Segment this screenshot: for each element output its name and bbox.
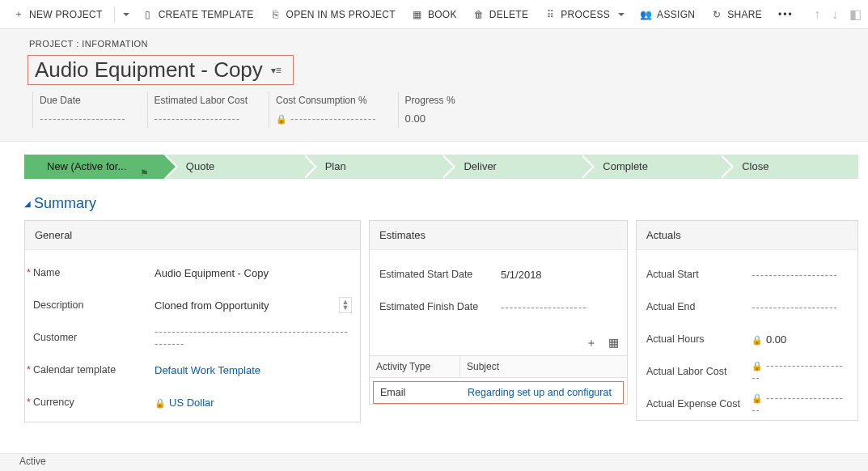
more-button[interactable]: ••• bbox=[772, 6, 800, 23]
create-template-label: CREATE TEMPLATE bbox=[159, 9, 254, 20]
breadcrumb: PROJECT : INFORMATION bbox=[28, 36, 852, 55]
new-project-button[interactable]: ＋ NEW PROJECT bbox=[6, 6, 109, 23]
activity-grid-header: Activity Type Subject bbox=[370, 355, 627, 378]
share-button[interactable]: ↻ SHARE bbox=[705, 6, 768, 23]
new-project-split-button[interactable] bbox=[120, 8, 133, 21]
lock-icon: 🔒 bbox=[276, 114, 287, 124]
share-icon: ↻ bbox=[711, 9, 722, 20]
est-start-label: Estimated Start Date bbox=[379, 269, 501, 280]
est-start-value[interactable]: 5/1/2018 bbox=[501, 269, 617, 281]
flag-icon: ⚑ bbox=[140, 161, 149, 185]
general-heading: General bbox=[25, 221, 360, 250]
calendar-value[interactable]: Default Work Template bbox=[155, 364, 352, 376]
stage-complete[interactable]: Complete bbox=[580, 155, 719, 179]
process-label: PROCESS bbox=[561, 9, 610, 20]
record-title-box[interactable]: Audio Equipment - Copy ▾≡ bbox=[28, 55, 294, 85]
description-label: Description bbox=[33, 299, 155, 311]
actual-end-value[interactable]: -------------------- bbox=[752, 301, 848, 313]
process-icon: ⠿ bbox=[544, 9, 556, 20]
actual-start-label: Actual Start bbox=[646, 269, 752, 280]
due-date-label: Due Date bbox=[40, 95, 126, 106]
down-arrow-icon[interactable]: ↓ bbox=[832, 7, 838, 22]
actual-hours-label: Actual Hours bbox=[646, 333, 752, 345]
cost-consumption-value: -------------------- bbox=[290, 112, 377, 125]
grid-view-button[interactable]: ▦ bbox=[608, 336, 619, 350]
lock-icon: 🔒 bbox=[155, 398, 166, 408]
actual-hours-value[interactable]: 🔒0.00 bbox=[752, 333, 848, 346]
currency-label: Currency bbox=[33, 397, 155, 408]
open-ms-project-button[interactable]: ⎘ OPEN IN MS PROJECT bbox=[264, 6, 402, 23]
summary-cards: General Name Audio Equipment - Copy Desc… bbox=[24, 220, 858, 422]
actual-labor-label: Actual Labor Cost bbox=[646, 366, 752, 377]
record-header: PROJECT : INFORMATION Audio Equipment - … bbox=[0, 29, 868, 142]
progress-value[interactable]: 0.00 bbox=[405, 112, 455, 125]
stage-new-label: New (Active for... bbox=[47, 160, 126, 172]
document-icon: ▯ bbox=[142, 9, 154, 20]
actual-start-value[interactable]: -------------------- bbox=[752, 269, 848, 281]
book-label: BOOK bbox=[428, 9, 457, 20]
est-labor-value[interactable]: -------------------- bbox=[155, 112, 248, 125]
status-text: Active bbox=[19, 456, 46, 467]
description-value[interactable]: Cloned from Opportunity bbox=[155, 299, 339, 312]
general-card: General Name Audio Equipment - Copy Desc… bbox=[24, 220, 361, 422]
due-date-value[interactable]: -------------------- bbox=[40, 112, 126, 125]
customer-value[interactable]: ----------------------------------------… bbox=[155, 325, 352, 350]
lock-icon: 🔒 bbox=[752, 361, 763, 371]
customer-label: Customer bbox=[33, 332, 155, 343]
assign-button[interactable]: 👥 ASSIGN bbox=[634, 6, 701, 23]
section-summary-toggle[interactable]: ◢ Summary bbox=[24, 195, 858, 212]
process-stages: New (Active for... ⚑ Quote Plan Deliver … bbox=[24, 155, 858, 179]
create-template-button[interactable]: ▯ CREATE TEMPLATE bbox=[136, 6, 260, 23]
process-button[interactable]: ⠿ PROCESS bbox=[538, 6, 631, 23]
toolbar-divider bbox=[114, 6, 115, 23]
external-icon: ⎘ bbox=[270, 9, 282, 20]
stage-new[interactable]: New (Active for... ⚑ bbox=[24, 155, 163, 179]
stage-deliver[interactable]: Deliver bbox=[441, 155, 580, 179]
status-bar: Active bbox=[0, 453, 868, 471]
stage-plan[interactable]: Plan bbox=[303, 155, 442, 179]
lock-icon: 🔒 bbox=[752, 335, 763, 345]
est-finish-label: Estimated Finish Date bbox=[379, 301, 501, 312]
col-subject[interactable]: Subject bbox=[460, 356, 627, 377]
stage-close-label: Close bbox=[742, 160, 768, 172]
actual-end-label: Actual End bbox=[646, 301, 752, 312]
new-project-label: NEW PROJECT bbox=[29, 9, 103, 20]
record-title-menu-icon[interactable]: ▾≡ bbox=[271, 65, 282, 76]
delete-button[interactable]: 🗑 DELETE bbox=[467, 6, 535, 23]
stage-quote[interactable]: Quote bbox=[163, 155, 303, 179]
delete-label: DELETE bbox=[489, 9, 528, 20]
assign-label: ASSIGN bbox=[657, 9, 695, 20]
est-finish-value[interactable]: -------------------- bbox=[501, 301, 617, 313]
section-summary-label: Summary bbox=[34, 195, 96, 212]
actuals-card: Actuals Actual Start -------------------… bbox=[636, 220, 858, 421]
cost-consumption-label: Cost Consumption % bbox=[276, 95, 377, 106]
record-title: Audio Equipment - Copy bbox=[35, 57, 263, 83]
currency-value[interactable]: 🔒US Dollar bbox=[155, 397, 352, 409]
actuals-heading: Actuals bbox=[637, 221, 857, 250]
panel-icon[interactable]: ◧ bbox=[849, 6, 862, 22]
header-stats: Due Date -------------------- Estimated … bbox=[32, 91, 852, 128]
calendar-icon: ▦ bbox=[412, 9, 423, 20]
up-arrow-icon[interactable]: ↑ bbox=[814, 7, 820, 22]
add-activity-button[interactable]: ＋ bbox=[586, 336, 597, 350]
activity-row[interactable]: Email Regarding set up and configurat bbox=[373, 381, 624, 404]
stage-close[interactable]: Close bbox=[719, 155, 858, 179]
progress-label: Progress % bbox=[405, 95, 455, 106]
spinner-down-icon: ▼ bbox=[342, 305, 349, 311]
est-labor-label: Estimated Labor Cost bbox=[155, 95, 248, 106]
chevron-down-icon bbox=[123, 13, 129, 19]
book-button[interactable]: ▦ BOOK bbox=[405, 6, 464, 23]
actual-expense-value[interactable]: 🔒-------------------- bbox=[752, 392, 848, 416]
stage-quote-label: Quote bbox=[186, 160, 214, 172]
open-ms-project-label: OPEN IN MS PROJECT bbox=[286, 9, 396, 20]
actual-expense-label: Actual Expense Cost bbox=[646, 398, 752, 410]
activity-subject-cell: Regarding set up and configurat bbox=[464, 382, 623, 403]
name-value[interactable]: Audio Equipment - Copy bbox=[155, 267, 352, 279]
col-activity-type[interactable]: Activity Type bbox=[370, 356, 460, 377]
actual-labor-value[interactable]: 🔒-------------------- bbox=[752, 359, 848, 384]
name-label: Name bbox=[33, 267, 155, 278]
collapse-icon: ◢ bbox=[24, 199, 31, 208]
description-spinner[interactable]: ▲▼ bbox=[339, 297, 352, 313]
calendar-label: Calendar template bbox=[33, 364, 155, 376]
trash-icon: 🗑 bbox=[473, 9, 485, 20]
